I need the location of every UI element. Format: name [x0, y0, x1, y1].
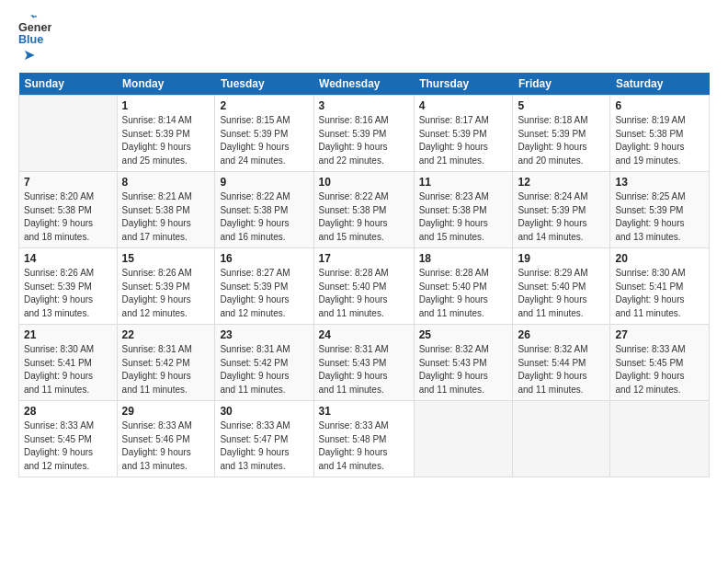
day-number: 20	[615, 252, 704, 265]
day-info: Sunrise: 8:32 AMSunset: 5:43 PMDaylight:…	[419, 343, 508, 396]
day-info: Sunrise: 8:28 AMSunset: 5:40 PMDaylight:…	[319, 267, 409, 320]
calendar-cell: 7Sunrise: 8:20 AMSunset: 5:38 PMDaylight…	[19, 172, 118, 248]
day-info: Sunrise: 8:33 AMSunset: 5:48 PMDaylight:…	[319, 419, 409, 473]
weekday-header-monday: Monday	[117, 73, 215, 96]
day-number: 10	[319, 176, 409, 189]
calendar-table: SundayMondayTuesdayWednesdayThursdayFrid…	[18, 73, 710, 477]
weekday-header-tuesday: Tuesday	[215, 73, 313, 96]
day-number: 13	[615, 176, 704, 189]
calendar-cell: 6Sunrise: 8:19 AMSunset: 5:38 PMDaylight…	[610, 96, 710, 172]
day-info: Sunrise: 8:33 AMSunset: 5:45 PMDaylight:…	[24, 419, 112, 473]
day-info: Sunrise: 8:22 AMSunset: 5:38 PMDaylight:…	[319, 190, 409, 244]
day-info: Sunrise: 8:14 AMSunset: 5:39 PMDaylight:…	[122, 114, 210, 167]
day-number: 9	[220, 176, 308, 189]
calendar-week-4: 21Sunrise: 8:30 AMSunset: 5:41 PMDayligh…	[19, 325, 710, 401]
day-info: Sunrise: 8:22 AMSunset: 5:38 PMDaylight:…	[220, 190, 308, 244]
calendar-week-1: 1Sunrise: 8:14 AMSunset: 5:39 PMDaylight…	[19, 96, 710, 172]
calendar-cell: 31Sunrise: 8:33 AMSunset: 5:48 PMDayligh…	[313, 401, 414, 477]
day-number: 14	[24, 252, 112, 265]
day-number: 17	[319, 252, 409, 265]
calendar-cell: 27Sunrise: 8:33 AMSunset: 5:45 PMDayligh…	[610, 325, 710, 401]
day-number: 2	[220, 99, 308, 112]
calendar-cell: 3Sunrise: 8:16 AMSunset: 5:39 PMDaylight…	[313, 96, 414, 172]
calendar-cell: 26Sunrise: 8:32 AMSunset: 5:44 PMDayligh…	[513, 325, 610, 401]
header: General Blue ➤	[18, 15, 710, 63]
calendar-cell: 19Sunrise: 8:29 AMSunset: 5:40 PMDayligh…	[513, 248, 610, 325]
day-info: Sunrise: 8:23 AMSunset: 5:38 PMDaylight:…	[419, 190, 508, 244]
calendar-cell: 13Sunrise: 8:25 AMSunset: 5:39 PMDayligh…	[610, 172, 710, 248]
day-info: Sunrise: 8:33 AMSunset: 5:46 PMDaylight:…	[122, 419, 210, 473]
day-number: 30	[220, 405, 308, 418]
calendar-cell: 16Sunrise: 8:27 AMSunset: 5:39 PMDayligh…	[215, 248, 313, 325]
day-info: Sunrise: 8:16 AMSunset: 5:39 PMDaylight:…	[319, 114, 409, 167]
day-number: 11	[419, 176, 508, 189]
day-info: Sunrise: 8:32 AMSunset: 5:44 PMDaylight:…	[518, 343, 605, 396]
calendar-cell: 5Sunrise: 8:18 AMSunset: 5:39 PMDaylight…	[513, 96, 610, 172]
day-info: Sunrise: 8:30 AMSunset: 5:41 PMDaylight:…	[615, 267, 704, 320]
day-number: 1	[122, 99, 210, 112]
day-number: 16	[220, 252, 308, 265]
calendar-cell: 10Sunrise: 8:22 AMSunset: 5:38 PMDayligh…	[313, 172, 414, 248]
day-info: Sunrise: 8:29 AMSunset: 5:40 PMDaylight:…	[518, 267, 605, 320]
calendar-cell: 4Sunrise: 8:17 AMSunset: 5:39 PMDaylight…	[414, 96, 513, 172]
day-info: Sunrise: 8:31 AMSunset: 5:42 PMDaylight:…	[220, 343, 308, 396]
calendar-cell: 24Sunrise: 8:31 AMSunset: 5:43 PMDayligh…	[313, 325, 414, 401]
calendar-cell: 12Sunrise: 8:24 AMSunset: 5:39 PMDayligh…	[513, 172, 610, 248]
calendar-cell: 14Sunrise: 8:26 AMSunset: 5:39 PMDayligh…	[19, 248, 118, 325]
calendar-cell	[414, 401, 513, 477]
calendar-cell: 30Sunrise: 8:33 AMSunset: 5:47 PMDayligh…	[215, 401, 313, 477]
calendar-cell: 11Sunrise: 8:23 AMSunset: 5:38 PMDayligh…	[414, 172, 513, 248]
day-info: Sunrise: 8:31 AMSunset: 5:43 PMDaylight:…	[319, 343, 409, 396]
calendar-cell: 28Sunrise: 8:33 AMSunset: 5:45 PMDayligh…	[19, 401, 118, 477]
weekday-header-wednesday: Wednesday	[313, 73, 414, 96]
calendar-header-row: SundayMondayTuesdayWednesdayThursdayFrid…	[19, 73, 710, 96]
calendar-cell	[19, 96, 118, 172]
day-number: 5	[518, 99, 605, 112]
calendar-week-3: 14Sunrise: 8:26 AMSunset: 5:39 PMDayligh…	[19, 248, 710, 325]
day-number: 21	[24, 328, 112, 341]
calendar-cell: 9Sunrise: 8:22 AMSunset: 5:38 PMDaylight…	[215, 172, 313, 248]
weekday-header-saturday: Saturday	[610, 73, 710, 96]
day-number: 4	[419, 99, 508, 112]
day-info: Sunrise: 8:31 AMSunset: 5:42 PMDaylight:…	[122, 343, 210, 396]
logo-bird-icon: ➤	[23, 46, 35, 63]
day-info: Sunrise: 8:26 AMSunset: 5:39 PMDaylight:…	[122, 267, 210, 320]
day-number: 28	[24, 405, 112, 418]
day-number: 25	[419, 328, 508, 341]
day-info: Sunrise: 8:17 AMSunset: 5:39 PMDaylight:…	[419, 114, 508, 167]
day-info: Sunrise: 8:28 AMSunset: 5:40 PMDaylight:…	[419, 267, 508, 320]
weekday-header-thursday: Thursday	[414, 73, 513, 96]
calendar-cell	[610, 401, 710, 477]
calendar-cell: 15Sunrise: 8:26 AMSunset: 5:39 PMDayligh…	[117, 248, 215, 325]
day-info: Sunrise: 8:21 AMSunset: 5:38 PMDaylight:…	[122, 190, 210, 244]
day-info: Sunrise: 8:33 AMSunset: 5:45 PMDaylight:…	[615, 343, 704, 396]
day-info: Sunrise: 8:26 AMSunset: 5:39 PMDaylight:…	[24, 267, 112, 320]
calendar-week-5: 28Sunrise: 8:33 AMSunset: 5:45 PMDayligh…	[19, 401, 710, 477]
day-number: 19	[518, 252, 605, 265]
svg-text:Blue: Blue	[18, 33, 43, 46]
day-info: Sunrise: 8:24 AMSunset: 5:39 PMDaylight:…	[518, 190, 605, 244]
day-number: 31	[319, 405, 409, 418]
day-number: 15	[122, 252, 210, 265]
day-number: 22	[122, 328, 210, 341]
day-number: 23	[220, 328, 308, 341]
calendar-cell: 22Sunrise: 8:31 AMSunset: 5:42 PMDayligh…	[117, 325, 215, 401]
calendar-cell: 20Sunrise: 8:30 AMSunset: 5:41 PMDayligh…	[610, 248, 710, 325]
day-number: 24	[319, 328, 409, 341]
day-info: Sunrise: 8:33 AMSunset: 5:47 PMDaylight:…	[220, 419, 308, 473]
day-info: Sunrise: 8:18 AMSunset: 5:39 PMDaylight:…	[518, 114, 605, 167]
day-number: 12	[518, 176, 605, 189]
calendar-cell: 29Sunrise: 8:33 AMSunset: 5:46 PMDayligh…	[117, 401, 215, 477]
day-info: Sunrise: 8:25 AMSunset: 5:39 PMDaylight:…	[615, 190, 704, 244]
day-number: 7	[24, 176, 112, 189]
calendar-cell: 25Sunrise: 8:32 AMSunset: 5:43 PMDayligh…	[414, 325, 513, 401]
calendar-cell: 17Sunrise: 8:28 AMSunset: 5:40 PMDayligh…	[313, 248, 414, 325]
day-number: 29	[122, 405, 210, 418]
calendar-cell: 18Sunrise: 8:28 AMSunset: 5:40 PMDayligh…	[414, 248, 513, 325]
day-info: Sunrise: 8:15 AMSunset: 5:39 PMDaylight:…	[220, 114, 308, 167]
day-number: 3	[319, 99, 409, 112]
calendar-cell: 2Sunrise: 8:15 AMSunset: 5:39 PMDaylight…	[215, 96, 313, 172]
calendar-week-2: 7Sunrise: 8:20 AMSunset: 5:38 PMDaylight…	[19, 172, 710, 248]
calendar-cell: 21Sunrise: 8:30 AMSunset: 5:41 PMDayligh…	[19, 325, 118, 401]
day-info: Sunrise: 8:19 AMSunset: 5:38 PMDaylight:…	[615, 114, 704, 167]
